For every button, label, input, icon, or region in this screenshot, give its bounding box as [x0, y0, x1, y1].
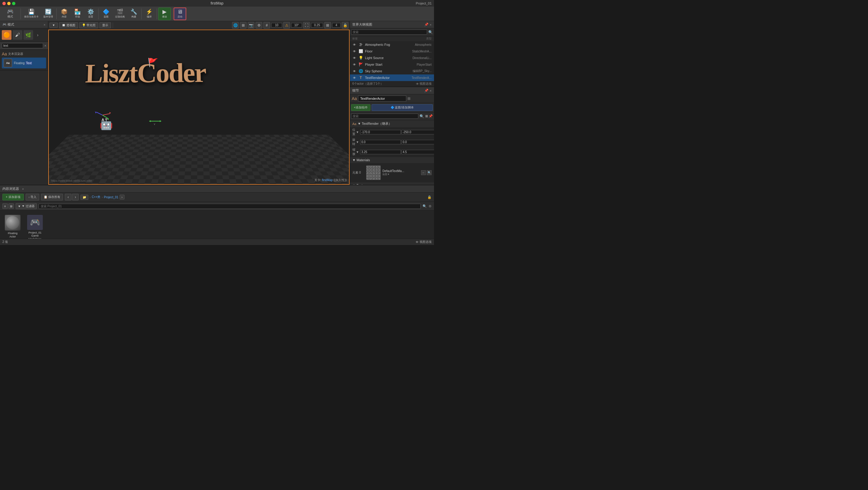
- breadcrumb-cpp[interactable]: C++类: [92, 195, 101, 199]
- place-mode-icon[interactable]: 🟠: [2, 30, 11, 40]
- close-button[interactable]: [2, 2, 6, 5]
- cinematic-button[interactable]: 🎬 过场动画: [113, 7, 127, 20]
- vp-warning-icon[interactable]: ⚠: [283, 22, 290, 29]
- perspective-btn[interactable]: 🔲 透视图: [59, 22, 78, 28]
- vp-maximize-icon[interactable]: ⛶: [303, 22, 310, 29]
- breadcrumb-project[interactable]: Project_01: [104, 195, 119, 199]
- materials-section-header[interactable]: ▼ Materials: [350, 157, 434, 163]
- mat-search-btn[interactable]: 🔍: [427, 170, 432, 175]
- rot-y-input[interactable]: [401, 140, 434, 144]
- outliner-item-textrender[interactable]: 👁 T TextRenderActor TextRenderA...: [350, 74, 434, 81]
- content-browser-close[interactable]: ×: [22, 187, 24, 191]
- search-clear-icon[interactable]: ×: [44, 44, 46, 48]
- vp-close-icon[interactable]: 🔒: [342, 22, 348, 29]
- textrender-section-header[interactable]: Aa ▼ TextRender（继承）: [350, 120, 434, 127]
- mat-back-btn[interactable]: ←: [421, 170, 426, 175]
- position-dropdown[interactable]: ▼: [356, 130, 359, 134]
- viewport-3d[interactable]: LisztCoder 🤖 🚩 A: [48, 30, 350, 185]
- gamemode-item[interactable]: 🎮 Project_01GameModeBase: [25, 214, 44, 242]
- outliner-item-sky[interactable]: 👁 🌐 Sky Sphere 编辑BP_Sky...: [350, 68, 434, 74]
- version-button[interactable]: 🔄 版本管理: [41, 7, 55, 20]
- add-new-button[interactable]: + 添加新项: [2, 194, 24, 201]
- lit-btn[interactable]: 💡 带光照: [79, 22, 98, 28]
- details-search-input[interactable]: [351, 114, 418, 119]
- view-options-outline[interactable]: 👁 视图选项: [416, 82, 432, 86]
- vp-camera-icon[interactable]: 📷: [248, 22, 254, 29]
- vis-icon-sky[interactable]: 👁: [352, 69, 356, 73]
- floating-actor-item[interactable]: FloatingActor: [3, 214, 22, 242]
- content-search-icon[interactable]: 🔍: [423, 204, 427, 208]
- 贴图-label[interactable]: 贴图▼: [382, 173, 419, 176]
- viewport-dropdown-btn[interactable]: ▼: [50, 23, 58, 28]
- outliner-item-light[interactable]: 👁 💡 Light Source DirectionalLi...: [350, 55, 434, 61]
- details-pin[interactable]: 📌: [424, 89, 429, 93]
- outliner-pin[interactable]: 📌: [424, 23, 429, 27]
- grid-view-btn[interactable]: ⊞: [8, 204, 14, 209]
- breadcrumb-arrow[interactable]: ›: [120, 195, 124, 200]
- minimize-button[interactable]: [7, 2, 10, 5]
- details-pin-btn[interactable]: 📌: [429, 114, 433, 118]
- left-panel-close[interactable]: ×: [44, 23, 45, 27]
- launch-button[interactable]: 🖥 启动: [174, 7, 186, 20]
- view-options-button[interactable]: 👁 视图选项: [415, 240, 432, 244]
- outliner-item-atmospheric[interactable]: 👁 🌫 Atmospheric Fog Atmospheric: [350, 41, 434, 48]
- add-component-button[interactable]: +添加组件: [351, 104, 370, 111]
- outliner-search-input[interactable]: [351, 30, 427, 35]
- scale-x-input[interactable]: [360, 150, 401, 154]
- build-button[interactable]: 🔧 构建: [127, 7, 140, 20]
- pos-y-input[interactable]: [401, 130, 434, 134]
- vis-icon-textrender[interactable]: 👁: [352, 75, 356, 80]
- vis-icon-atmospheric[interactable]: 👁: [352, 42, 356, 47]
- foliage-mode-icon[interactable]: 🌿: [24, 30, 33, 40]
- content-settings-icon[interactable]: ⚙: [429, 204, 432, 208]
- back-button[interactable]: ‹: [65, 194, 71, 201]
- outliner-close[interactable]: ×: [430, 23, 432, 27]
- outliner-item-floor[interactable]: 👁 ⬜ Floor StaticMeshA...: [350, 48, 434, 55]
- save-all-button[interactable]: 📋 保存所有: [41, 194, 63, 201]
- compile-button[interactable]: ⚡ 编译: [143, 7, 156, 20]
- list-view-btn[interactable]: ≡: [2, 204, 8, 209]
- vp-sphere-icon[interactable]: 🌐: [232, 22, 239, 29]
- vp-grid2-icon[interactable]: #: [264, 22, 270, 29]
- forward-button[interactable]: ›: [72, 194, 79, 201]
- vis-icon-floor[interactable]: 👁: [352, 49, 356, 53]
- import-button[interactable]: ↓ 导入: [26, 194, 39, 201]
- content-search-input[interactable]: [38, 204, 421, 209]
- vp-number-input[interactable]: [271, 23, 282, 27]
- vp-scale-input[interactable]: [311, 23, 323, 27]
- vp-grid3-icon[interactable]: ⊞: [324, 22, 331, 29]
- expand-arrow[interactable]: ›: [34, 32, 41, 38]
- play-button[interactable]: ▶ 播放: [158, 7, 171, 20]
- vp-settings-icon[interactable]: ⚙: [255, 22, 262, 29]
- content-lock-icon[interactable]: 🔒: [427, 195, 432, 199]
- actor-name-input[interactable]: [358, 95, 406, 101]
- rot-x-input[interactable]: [360, 140, 401, 144]
- floating-text-item[interactable]: Aa Floating Text: [2, 58, 46, 68]
- blueprint-script-button[interactable]: 🔷 蓝图/添加脚本: [372, 104, 433, 111]
- blueprint-button[interactable]: 🔷 蓝图: [100, 7, 113, 20]
- scale-dropdown[interactable]: ▼: [356, 150, 359, 154]
- window-controls[interactable]: [2, 2, 16, 5]
- content-button[interactable]: 📦 内容: [58, 7, 70, 20]
- scale-y-input[interactable]: [401, 150, 434, 154]
- details-close[interactable]: ×: [430, 89, 432, 93]
- paint-mode-icon[interactable]: 🖌: [13, 30, 22, 40]
- show-btn[interactable]: 显示: [99, 22, 111, 28]
- vis-icon-light[interactable]: 👁: [352, 56, 356, 60]
- save-button[interactable]: 💾 保存当前关卡: [22, 7, 41, 20]
- settings-button[interactable]: ⚙️ 设置: [84, 7, 97, 20]
- maximize-button[interactable]: [12, 2, 16, 5]
- vp-angle-input[interactable]: [291, 23, 302, 27]
- text-section-header[interactable]: ▼ Text: [350, 182, 434, 185]
- outliner-item-player[interactable]: 👁 🚩 Player Start PlayerStart: [350, 61, 434, 68]
- market-button[interactable]: 🏪 市场: [71, 7, 84, 20]
- rotation-dropdown[interactable]: ▼: [356, 141, 359, 144]
- vp-grid-icon[interactable]: ⊞: [240, 22, 247, 29]
- actor-expand-icon[interactable]: ⊞: [407, 96, 410, 101]
- vis-icon-player[interactable]: 👁: [352, 62, 356, 67]
- details-view-btn[interactable]: ⊞: [425, 114, 428, 118]
- mode-button[interactable]: 🎮 模式: [1, 7, 19, 20]
- filter-button[interactable]: ▼ ▼ 过滤器: [16, 203, 37, 209]
- vp-grid4-input[interactable]: [332, 23, 341, 27]
- pos-x-input[interactable]: [360, 130, 401, 134]
